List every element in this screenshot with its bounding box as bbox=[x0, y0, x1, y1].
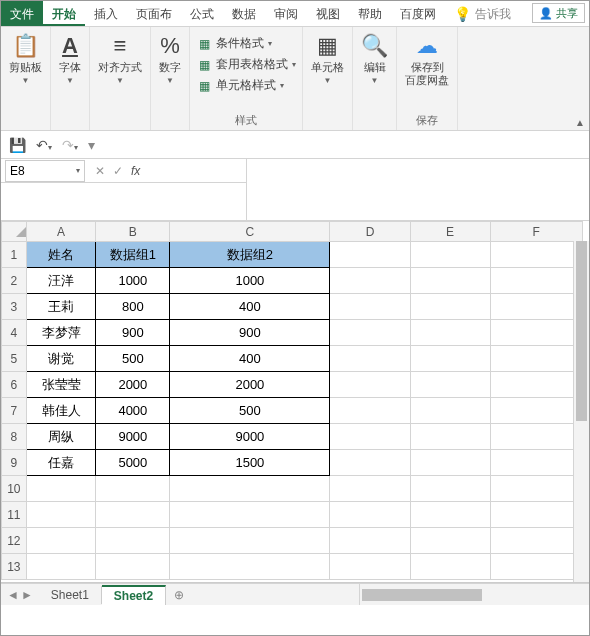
qat-customize[interactable]: ▾ bbox=[88, 137, 95, 153]
vertical-scrollbar[interactable] bbox=[573, 241, 589, 582]
tab-formulas[interactable]: 公式 bbox=[181, 1, 223, 26]
cell[interactable]: 数据组1 bbox=[96, 242, 170, 268]
tab-file[interactable]: 文件 bbox=[1, 1, 43, 26]
cell[interactable]: 4000 bbox=[96, 398, 170, 424]
cell[interactable]: 500 bbox=[170, 398, 330, 424]
cell-style-button[interactable]: ▦ 单元格样式 ▾ bbox=[196, 77, 284, 94]
scroll-thumb[interactable] bbox=[362, 589, 482, 601]
col-header-F[interactable]: F bbox=[490, 222, 582, 242]
cell[interactable] bbox=[26, 554, 96, 580]
cell[interactable] bbox=[490, 294, 582, 320]
cell[interactable] bbox=[410, 268, 490, 294]
cell[interactable]: 400 bbox=[170, 294, 330, 320]
col-header-A[interactable]: A bbox=[26, 222, 96, 242]
cell[interactable]: 任嘉 bbox=[26, 450, 96, 476]
worksheet-grid[interactable]: A B C D E F 1姓名数据组1数据组22汪洋100010003王莉800… bbox=[1, 221, 589, 583]
cell[interactable] bbox=[170, 502, 330, 528]
cell[interactable] bbox=[410, 424, 490, 450]
align-button[interactable]: ≡ 对齐方式 ▼ bbox=[96, 31, 144, 87]
cell[interactable] bbox=[490, 450, 582, 476]
row-header[interactable]: 2 bbox=[2, 268, 27, 294]
save-baidu-button[interactable]: ☁ 保存到 百度网盘 bbox=[403, 31, 451, 89]
fx-icon[interactable]: fx bbox=[131, 164, 140, 178]
cell[interactable] bbox=[330, 398, 410, 424]
cell[interactable] bbox=[410, 294, 490, 320]
row-header[interactable]: 1 bbox=[2, 242, 27, 268]
cell[interactable] bbox=[330, 528, 410, 554]
cell[interactable] bbox=[490, 242, 582, 268]
row-header[interactable]: 12 bbox=[2, 528, 27, 554]
cell[interactable] bbox=[330, 346, 410, 372]
select-all-corner[interactable] bbox=[2, 222, 27, 242]
cell[interactable] bbox=[330, 450, 410, 476]
add-sheet-button[interactable]: ⊕ bbox=[166, 588, 192, 602]
name-box[interactable]: E8 ▾ bbox=[5, 160, 85, 182]
cell[interactable] bbox=[26, 476, 96, 502]
cell[interactable]: 500 bbox=[96, 346, 170, 372]
cell[interactable]: 900 bbox=[170, 320, 330, 346]
redo-button[interactable]: ↷▾ bbox=[62, 137, 78, 153]
cell[interactable] bbox=[410, 320, 490, 346]
row-header[interactable]: 8 bbox=[2, 424, 27, 450]
cell[interactable] bbox=[96, 476, 170, 502]
cell[interactable] bbox=[170, 528, 330, 554]
cell[interactable] bbox=[330, 268, 410, 294]
cell[interactable] bbox=[96, 528, 170, 554]
cell[interactable] bbox=[96, 502, 170, 528]
cell[interactable]: 2000 bbox=[170, 372, 330, 398]
scroll-thumb[interactable] bbox=[576, 241, 587, 421]
cell[interactable]: 800 bbox=[96, 294, 170, 320]
cell[interactable] bbox=[410, 502, 490, 528]
cell[interactable] bbox=[490, 398, 582, 424]
cell[interactable] bbox=[490, 528, 582, 554]
collapse-ribbon-button[interactable]: ▲ bbox=[575, 117, 585, 128]
save-icon[interactable]: 💾 bbox=[9, 137, 26, 153]
cell[interactable]: 韩佳人 bbox=[26, 398, 96, 424]
cell[interactable] bbox=[26, 528, 96, 554]
tell-me[interactable]: 💡 告诉我 bbox=[445, 1, 520, 26]
cell[interactable] bbox=[490, 476, 582, 502]
cell[interactable]: 张莹莹 bbox=[26, 372, 96, 398]
row-header[interactable]: 11 bbox=[2, 502, 27, 528]
cell[interactable] bbox=[170, 554, 330, 580]
tab-data[interactable]: 数据 bbox=[223, 1, 265, 26]
cell[interactable] bbox=[330, 242, 410, 268]
cell[interactable] bbox=[410, 242, 490, 268]
cell[interactable] bbox=[490, 372, 582, 398]
conditional-format-button[interactable]: ▦ 条件格式 ▾ bbox=[196, 35, 272, 52]
row-header[interactable]: 9 bbox=[2, 450, 27, 476]
horizontal-scrollbar[interactable] bbox=[359, 584, 589, 605]
cell[interactable] bbox=[490, 268, 582, 294]
cell[interactable] bbox=[410, 450, 490, 476]
tab-insert[interactable]: 插入 bbox=[85, 1, 127, 26]
editing-button[interactable]: 🔍 编辑 ▼ bbox=[359, 31, 390, 87]
row-header[interactable]: 5 bbox=[2, 346, 27, 372]
cancel-icon[interactable]: ✕ bbox=[95, 164, 105, 178]
cell[interactable] bbox=[330, 476, 410, 502]
row-header[interactable]: 10 bbox=[2, 476, 27, 502]
cell[interactable] bbox=[490, 320, 582, 346]
cell[interactable] bbox=[490, 346, 582, 372]
tab-page-layout[interactable]: 页面布 bbox=[127, 1, 181, 26]
cell[interactable]: 5000 bbox=[96, 450, 170, 476]
col-header-B[interactable]: B bbox=[96, 222, 170, 242]
cell[interactable]: 李梦萍 bbox=[26, 320, 96, 346]
cell[interactable] bbox=[330, 320, 410, 346]
cell[interactable] bbox=[170, 476, 330, 502]
font-button[interactable]: A 字体 ▼ bbox=[57, 31, 83, 87]
cell[interactable]: 姓名 bbox=[26, 242, 96, 268]
cell[interactable] bbox=[330, 424, 410, 450]
cell[interactable]: 400 bbox=[170, 346, 330, 372]
cell[interactable] bbox=[410, 372, 490, 398]
cell[interactable]: 1500 bbox=[170, 450, 330, 476]
cell[interactable]: 数据组2 bbox=[170, 242, 330, 268]
cell[interactable] bbox=[410, 476, 490, 502]
row-header[interactable]: 7 bbox=[2, 398, 27, 424]
share-button[interactable]: 👤 共享 bbox=[532, 3, 585, 23]
row-header[interactable]: 13 bbox=[2, 554, 27, 580]
cell[interactable] bbox=[96, 554, 170, 580]
cell[interactable] bbox=[410, 398, 490, 424]
sheet-nav-next[interactable]: ► bbox=[21, 588, 33, 602]
undo-button[interactable]: ↶▾ bbox=[36, 137, 52, 153]
table-format-button[interactable]: ▦ 套用表格格式 ▾ bbox=[196, 56, 296, 73]
